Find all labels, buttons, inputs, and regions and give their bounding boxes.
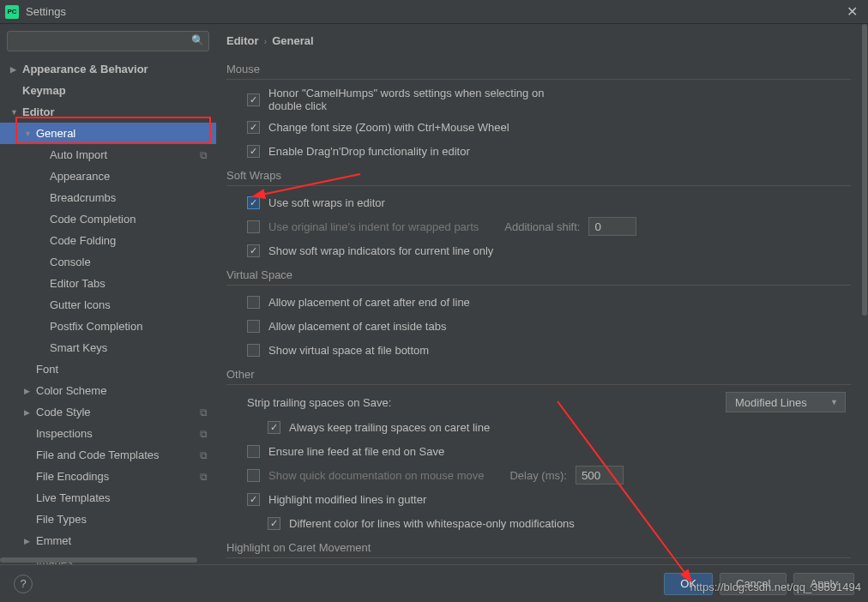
tree-file-types[interactable]: File Types <box>0 509 216 530</box>
settings-tree: Appearance & Behavior Keymap Editor Gene… <box>0 58 216 564</box>
tree-color-scheme[interactable]: Color Scheme <box>0 380 216 401</box>
schema-icon: ⧉ <box>200 471 208 483</box>
tree-appearance[interactable]: Appearance <box>0 166 216 187</box>
opt-original-indent[interactable]: Use original line's indent for wrapped p… <box>247 217 851 236</box>
tree-file-encodings[interactable]: File Encodings⧉ <box>0 466 216 487</box>
section-mouse: Mouse <box>226 63 851 80</box>
checkbox-icon[interactable] <box>247 320 260 333</box>
checkbox-icon[interactable] <box>268 421 280 434</box>
checkbox-icon[interactable] <box>247 196 260 209</box>
schema-icon: ⧉ <box>200 149 208 161</box>
schema-icon: ⧉ <box>200 428 208 440</box>
tree-code-folding[interactable]: Code Folding <box>0 230 216 251</box>
watermark: https://blog.csdn.net/qq_39591494 <box>690 581 862 593</box>
tree-breadcrumbs[interactable]: Breadcrumbs <box>0 187 216 208</box>
tree-file-code-templates[interactable]: File and Code Templates⧉ <box>0 444 216 466</box>
close-icon[interactable]: ✕ <box>841 3 863 20</box>
opt-change-font-size[interactable]: Change font size (Zoom) with Ctrl+Mouse … <box>247 117 851 136</box>
tree-font[interactable]: Font <box>0 358 216 380</box>
section-virtual-space: Virtual Space <box>226 268 851 286</box>
section-highlight-caret: Highlight on Caret Movement <box>226 541 851 558</box>
scrollbar-horizontal[interactable] <box>0 557 216 563</box>
checkbox-icon[interactable] <box>268 517 280 530</box>
checkbox-icon[interactable] <box>247 296 260 309</box>
sidebar: 🔍 Appearance & Behavior Keymap Editor Ge… <box>0 24 216 564</box>
tree-emmet[interactable]: Emmet <box>0 530 216 551</box>
opt-show-soft-indicators[interactable]: Show soft wrap indicators for current li… <box>247 241 851 260</box>
opt-diff-color[interactable]: Different color for lines with whitespac… <box>268 514 851 533</box>
checkbox-icon[interactable] <box>247 244 260 257</box>
opt-use-soft-wraps[interactable]: Use soft wraps in editor <box>247 193 851 212</box>
schema-icon: ⧉ <box>200 449 208 461</box>
opt-ensure-lf[interactable]: Ensure line feed at file end on Save <box>247 442 851 461</box>
content-panel: Editor›General Mouse Honor "CamelHumps" … <box>216 24 868 564</box>
opt-caret-tabs[interactable]: Allow placement of caret inside tabs <box>247 316 851 335</box>
tree-editor[interactable]: Editor <box>0 101 216 123</box>
tree-appearance-behavior[interactable]: Appearance & Behavior <box>0 58 216 80</box>
additional-shift-label: Additional shift: <box>504 220 580 233</box>
main: 🔍 Appearance & Behavior Keymap Editor Ge… <box>0 24 868 564</box>
section-other: Other <box>226 368 851 385</box>
tree-code-style[interactable]: Code Style⧉ <box>0 401 216 423</box>
checkbox-icon[interactable] <box>247 445 260 458</box>
checkbox-icon[interactable] <box>247 145 260 158</box>
tree-gutter-icons[interactable]: Gutter Icons <box>0 294 216 316</box>
search-icon: 🔍 <box>191 34 204 46</box>
tree-keymap[interactable]: Keymap <box>0 80 216 101</box>
tree-live-templates[interactable]: Live Templates <box>0 487 216 509</box>
checkbox-icon[interactable] <box>247 493 260 506</box>
breadcrumb: Editor›General <box>226 34 851 47</box>
opt-virtual-bottom[interactable]: Show virtual space at file bottom <box>247 340 851 359</box>
opt-highlight-modified[interactable]: Highlight modified lines in gutter <box>247 490 851 509</box>
tree-editor-tabs[interactable]: Editor Tabs <box>0 273 216 294</box>
tree-general[interactable]: General <box>0 123 216 144</box>
checkbox-icon[interactable] <box>247 220 260 233</box>
help-button[interactable]: ? <box>14 575 33 593</box>
tree-smart-keys[interactable]: Smart Keys <box>0 337 216 358</box>
checkbox-icon[interactable] <box>247 469 260 482</box>
delay-input[interactable] <box>576 466 624 485</box>
opt-caret-eol[interactable]: Allow placement of caret after end of li… <box>247 292 851 311</box>
checkbox-icon[interactable] <box>247 93 260 106</box>
checkbox-icon[interactable] <box>247 121 260 134</box>
chevron-right-icon: › <box>264 36 268 46</box>
tree-postfix-completion[interactable]: Postfix Completion <box>0 316 216 337</box>
search-wrap: 🔍 <box>0 24 216 58</box>
opt-honor-camelhumps[interactable]: Honor "CamelHumps" words settings when s… <box>247 87 851 112</box>
search-input[interactable] <box>7 31 209 51</box>
tree-code-completion[interactable]: Code Completion <box>0 208 216 230</box>
delay-label: Delay (ms): <box>509 469 566 482</box>
section-soft-wraps: Soft Wraps <box>226 169 851 186</box>
titlebar: PC Settings ✕ <box>0 0 868 24</box>
opt-quick-doc[interactable]: Show quick documentation on mouse move D… <box>247 466 851 485</box>
tree-inspections[interactable]: Inspections⧉ <box>0 423 216 444</box>
opt-enable-dnd[interactable]: Enable Drag'n'Drop functionality in edit… <box>247 141 851 160</box>
app-icon: PC <box>5 5 19 19</box>
strip-trailing-dropdown[interactable]: Modified Lines <box>726 392 846 412</box>
opt-always-keep[interactable]: Always keep trailing spaces on caret lin… <box>268 418 851 436</box>
additional-shift-input[interactable] <box>588 217 636 236</box>
window-title: Settings <box>26 5 66 18</box>
opt-strip-trailing: Strip trailing spaces on Save: Modified … <box>247 392 851 412</box>
checkbox-icon[interactable] <box>247 344 260 357</box>
scrollbar-vertical[interactable] <box>861 24 868 564</box>
tree-auto-import[interactable]: Auto Import⧉ <box>0 144 216 166</box>
tree-console[interactable]: Console <box>0 251 216 273</box>
schema-icon: ⧉ <box>200 406 208 418</box>
